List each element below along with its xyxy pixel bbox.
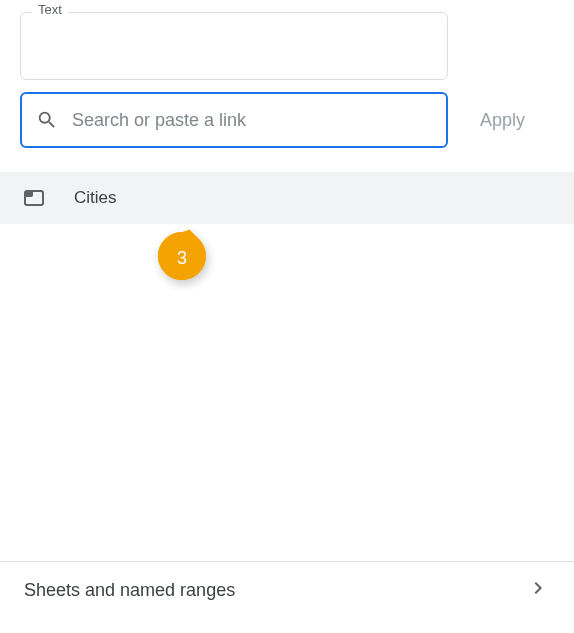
search-row: Apply bbox=[20, 92, 574, 148]
search-box[interactable] bbox=[20, 92, 448, 148]
chevron-right-icon bbox=[526, 576, 550, 604]
sheets-row-label: Sheets and named ranges bbox=[24, 580, 235, 601]
text-field-label: Text bbox=[32, 2, 68, 17]
apply-button[interactable]: Apply bbox=[476, 102, 529, 139]
sheet-tab-icon bbox=[24, 190, 44, 206]
step-badge: 3 bbox=[155, 229, 209, 283]
search-icon bbox=[36, 109, 58, 131]
text-field-wrapper: Text bbox=[20, 12, 448, 80]
suggestion-label: Cities bbox=[74, 188, 117, 208]
search-input[interactable] bbox=[72, 110, 432, 131]
text-input[interactable] bbox=[20, 12, 448, 80]
suggestion-cities[interactable]: Cities bbox=[0, 172, 574, 224]
sheets-and-named-ranges[interactable]: Sheets and named ranges bbox=[0, 562, 574, 618]
step-badge-number: 3 bbox=[155, 229, 209, 283]
